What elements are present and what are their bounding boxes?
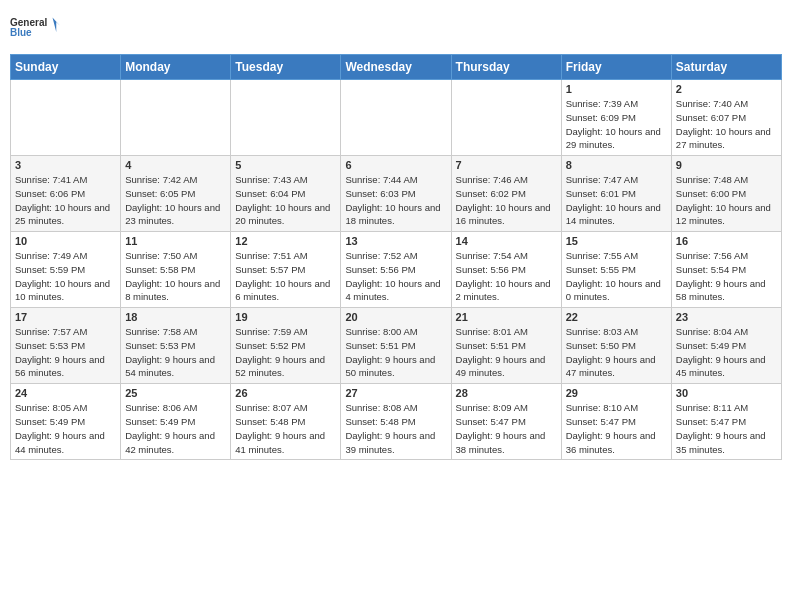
day-info: Sunrise: 7:54 AM Sunset: 5:56 PM Dayligh…: [456, 249, 557, 304]
day-number: 21: [456, 311, 557, 323]
day-info: Sunrise: 8:08 AM Sunset: 5:48 PM Dayligh…: [345, 401, 446, 456]
day-cell: 27Sunrise: 8:08 AM Sunset: 5:48 PM Dayli…: [341, 384, 451, 460]
day-cell: 21Sunrise: 8:01 AM Sunset: 5:51 PM Dayli…: [451, 308, 561, 384]
day-cell: [451, 80, 561, 156]
day-cell: 12Sunrise: 7:51 AM Sunset: 5:57 PM Dayli…: [231, 232, 341, 308]
weekday-header-friday: Friday: [561, 55, 671, 80]
day-info: Sunrise: 8:10 AM Sunset: 5:47 PM Dayligh…: [566, 401, 667, 456]
day-info: Sunrise: 8:03 AM Sunset: 5:50 PM Dayligh…: [566, 325, 667, 380]
day-cell: 3Sunrise: 7:41 AM Sunset: 6:06 PM Daylig…: [11, 156, 121, 232]
day-number: 5: [235, 159, 336, 171]
week-row-3: 10Sunrise: 7:49 AM Sunset: 5:59 PM Dayli…: [11, 232, 782, 308]
day-number: 14: [456, 235, 557, 247]
day-info: Sunrise: 7:50 AM Sunset: 5:58 PM Dayligh…: [125, 249, 226, 304]
day-cell: 30Sunrise: 8:11 AM Sunset: 5:47 PM Dayli…: [671, 384, 781, 460]
day-cell: 2Sunrise: 7:40 AM Sunset: 6:07 PM Daylig…: [671, 80, 781, 156]
logo: General Blue: [10, 10, 60, 50]
day-number: 15: [566, 235, 667, 247]
day-info: Sunrise: 7:57 AM Sunset: 5:53 PM Dayligh…: [15, 325, 116, 380]
day-info: Sunrise: 8:09 AM Sunset: 5:47 PM Dayligh…: [456, 401, 557, 456]
day-info: Sunrise: 7:43 AM Sunset: 6:04 PM Dayligh…: [235, 173, 336, 228]
day-number: 7: [456, 159, 557, 171]
day-cell: [231, 80, 341, 156]
day-number: 26: [235, 387, 336, 399]
day-cell: 29Sunrise: 8:10 AM Sunset: 5:47 PM Dayli…: [561, 384, 671, 460]
day-cell: 19Sunrise: 7:59 AM Sunset: 5:52 PM Dayli…: [231, 308, 341, 384]
day-info: Sunrise: 7:59 AM Sunset: 5:52 PM Dayligh…: [235, 325, 336, 380]
svg-text:Blue: Blue: [10, 27, 32, 38]
day-cell: 16Sunrise: 7:56 AM Sunset: 5:54 PM Dayli…: [671, 232, 781, 308]
day-cell: 8Sunrise: 7:47 AM Sunset: 6:01 PM Daylig…: [561, 156, 671, 232]
day-info: Sunrise: 8:06 AM Sunset: 5:49 PM Dayligh…: [125, 401, 226, 456]
day-info: Sunrise: 7:47 AM Sunset: 6:01 PM Dayligh…: [566, 173, 667, 228]
day-cell: 14Sunrise: 7:54 AM Sunset: 5:56 PM Dayli…: [451, 232, 561, 308]
day-info: Sunrise: 8:11 AM Sunset: 5:47 PM Dayligh…: [676, 401, 777, 456]
day-number: 20: [345, 311, 446, 323]
day-cell: 25Sunrise: 8:06 AM Sunset: 5:49 PM Dayli…: [121, 384, 231, 460]
day-cell: 26Sunrise: 8:07 AM Sunset: 5:48 PM Dayli…: [231, 384, 341, 460]
logo-svg: General Blue: [10, 10, 60, 50]
day-number: 24: [15, 387, 116, 399]
day-cell: 18Sunrise: 7:58 AM Sunset: 5:53 PM Dayli…: [121, 308, 231, 384]
day-cell: 11Sunrise: 7:50 AM Sunset: 5:58 PM Dayli…: [121, 232, 231, 308]
day-cell: 13Sunrise: 7:52 AM Sunset: 5:56 PM Dayli…: [341, 232, 451, 308]
weekday-header-saturday: Saturday: [671, 55, 781, 80]
day-info: Sunrise: 7:39 AM Sunset: 6:09 PM Dayligh…: [566, 97, 667, 152]
weekday-header-monday: Monday: [121, 55, 231, 80]
week-row-2: 3Sunrise: 7:41 AM Sunset: 6:06 PM Daylig…: [11, 156, 782, 232]
day-info: Sunrise: 7:55 AM Sunset: 5:55 PM Dayligh…: [566, 249, 667, 304]
day-info: Sunrise: 7:56 AM Sunset: 5:54 PM Dayligh…: [676, 249, 777, 304]
day-cell: 17Sunrise: 7:57 AM Sunset: 5:53 PM Dayli…: [11, 308, 121, 384]
day-cell: [121, 80, 231, 156]
day-info: Sunrise: 7:44 AM Sunset: 6:03 PM Dayligh…: [345, 173, 446, 228]
weekday-header-tuesday: Tuesday: [231, 55, 341, 80]
weekday-header-thursday: Thursday: [451, 55, 561, 80]
day-number: 29: [566, 387, 667, 399]
day-number: 18: [125, 311, 226, 323]
day-info: Sunrise: 8:01 AM Sunset: 5:51 PM Dayligh…: [456, 325, 557, 380]
day-cell: 15Sunrise: 7:55 AM Sunset: 5:55 PM Dayli…: [561, 232, 671, 308]
calendar-table: SundayMondayTuesdayWednesdayThursdayFrid…: [10, 54, 782, 460]
day-cell: 28Sunrise: 8:09 AM Sunset: 5:47 PM Dayli…: [451, 384, 561, 460]
week-row-4: 17Sunrise: 7:57 AM Sunset: 5:53 PM Dayli…: [11, 308, 782, 384]
day-cell: 9Sunrise: 7:48 AM Sunset: 6:00 PM Daylig…: [671, 156, 781, 232]
day-cell: 4Sunrise: 7:42 AM Sunset: 6:05 PM Daylig…: [121, 156, 231, 232]
day-number: 16: [676, 235, 777, 247]
day-info: Sunrise: 7:41 AM Sunset: 6:06 PM Dayligh…: [15, 173, 116, 228]
day-number: 2: [676, 83, 777, 95]
day-number: 28: [456, 387, 557, 399]
day-info: Sunrise: 8:00 AM Sunset: 5:51 PM Dayligh…: [345, 325, 446, 380]
day-number: 9: [676, 159, 777, 171]
day-info: Sunrise: 7:46 AM Sunset: 6:02 PM Dayligh…: [456, 173, 557, 228]
day-number: 3: [15, 159, 116, 171]
day-info: Sunrise: 8:07 AM Sunset: 5:48 PM Dayligh…: [235, 401, 336, 456]
page-header: General Blue: [10, 10, 782, 50]
day-cell: 10Sunrise: 7:49 AM Sunset: 5:59 PM Dayli…: [11, 232, 121, 308]
day-number: 17: [15, 311, 116, 323]
day-number: 10: [15, 235, 116, 247]
day-number: 23: [676, 311, 777, 323]
day-cell: [341, 80, 451, 156]
weekday-header-row: SundayMondayTuesdayWednesdayThursdayFrid…: [11, 55, 782, 80]
day-info: Sunrise: 7:52 AM Sunset: 5:56 PM Dayligh…: [345, 249, 446, 304]
day-number: 19: [235, 311, 336, 323]
day-number: 27: [345, 387, 446, 399]
day-info: Sunrise: 7:58 AM Sunset: 5:53 PM Dayligh…: [125, 325, 226, 380]
svg-marker-2: [53, 18, 61, 32]
weekday-header-wednesday: Wednesday: [341, 55, 451, 80]
day-info: Sunrise: 8:05 AM Sunset: 5:49 PM Dayligh…: [15, 401, 116, 456]
day-number: 22: [566, 311, 667, 323]
day-cell: 5Sunrise: 7:43 AM Sunset: 6:04 PM Daylig…: [231, 156, 341, 232]
day-number: 11: [125, 235, 226, 247]
day-cell: 6Sunrise: 7:44 AM Sunset: 6:03 PM Daylig…: [341, 156, 451, 232]
day-number: 6: [345, 159, 446, 171]
day-info: Sunrise: 7:48 AM Sunset: 6:00 PM Dayligh…: [676, 173, 777, 228]
day-number: 4: [125, 159, 226, 171]
day-cell: 23Sunrise: 8:04 AM Sunset: 5:49 PM Dayli…: [671, 308, 781, 384]
day-cell: 1Sunrise: 7:39 AM Sunset: 6:09 PM Daylig…: [561, 80, 671, 156]
day-number: 30: [676, 387, 777, 399]
day-cell: 7Sunrise: 7:46 AM Sunset: 6:02 PM Daylig…: [451, 156, 561, 232]
day-cell: 22Sunrise: 8:03 AM Sunset: 5:50 PM Dayli…: [561, 308, 671, 384]
day-info: Sunrise: 8:04 AM Sunset: 5:49 PM Dayligh…: [676, 325, 777, 380]
day-number: 25: [125, 387, 226, 399]
